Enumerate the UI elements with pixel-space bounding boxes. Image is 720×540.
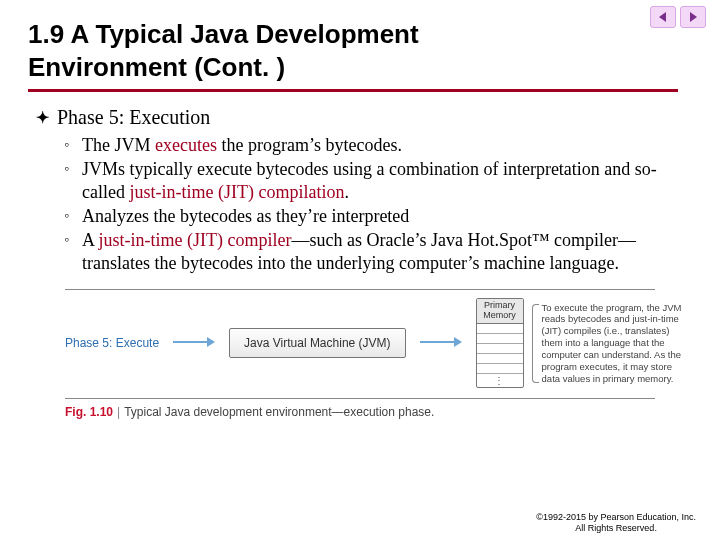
memory-diagram: Primary Memory ⋮ [476, 298, 524, 388]
arrow-right-icon [420, 334, 462, 352]
figure-caption: Fig. 1.10|Typical Java development envir… [65, 405, 655, 419]
title-underline [28, 89, 678, 92]
copyright-line1: ©1992-2015 by Pearson Education, Inc. [536, 512, 696, 523]
list-item: ◦ JVMs typically execute bytecodes using… [64, 158, 692, 204]
arrow-left-icon [657, 11, 669, 23]
arrow-right-icon [687, 11, 699, 23]
ring-bullet-icon: ◦ [64, 134, 74, 156]
text-pre: Analyzes the bytecodes as they’re interp… [82, 206, 409, 226]
prev-button[interactable] [650, 6, 676, 28]
svg-marker-5 [454, 337, 462, 347]
list-item: ◦ Analyzes the bytecodes as they’re inte… [64, 205, 692, 228]
svg-marker-3 [207, 337, 215, 347]
sublist: ◦ The JVM executes the program’s bytecod… [64, 134, 692, 275]
ellipsis-icon: ⋮ [477, 374, 523, 387]
figure-rule-bottom [65, 398, 655, 399]
bullet-text: A just-in-time (JIT) compiler—such as Or… [82, 229, 692, 275]
figure-row: Phase 5: Execute Java Virtual Machine (J… [65, 298, 655, 388]
svg-marker-1 [690, 12, 697, 22]
bullet-level1: ✦ Phase 5: Execution [36, 106, 692, 130]
bullet-marker-icon: ✦ [36, 106, 49, 130]
next-button[interactable] [680, 6, 706, 28]
keyword: executes [155, 135, 217, 155]
memory-cell [477, 334, 523, 344]
memory-header: Primary Memory [477, 299, 523, 324]
memory-cell [477, 344, 523, 354]
text-post: the program’s bytecodes. [217, 135, 402, 155]
text-pre: The JVM [82, 135, 155, 155]
list-item: ◦ The JVM executes the program’s bytecod… [64, 134, 692, 157]
separator-icon: | [117, 405, 120, 419]
slide-title: 1.9 A Typical Java Development Environme… [28, 18, 488, 83]
memory-cell [477, 354, 523, 364]
ring-bullet-icon: ◦ [64, 158, 74, 180]
figure-rule-top [65, 289, 655, 290]
memory-wrap: Primary Memory ⋮ To execute the program,… [476, 298, 687, 388]
text-post: . [344, 182, 349, 202]
phase-label: Phase 5: Execute [65, 336, 159, 350]
keyword: just-in-time (JIT) compilation [129, 182, 344, 202]
slide: 1.9 A Typical Java Development Environme… [0, 0, 720, 427]
bullet-text: Analyzes the bytecodes as they’re interp… [82, 205, 409, 228]
figure-annotation: To execute the program, the JVM reads by… [532, 302, 687, 385]
arrow-right-icon [173, 334, 215, 352]
figure: Phase 5: Execute Java Virtual Machine (J… [65, 289, 655, 419]
bullet-text: JVMs typically execute bytecodes using a… [82, 158, 692, 204]
content: ✦ Phase 5: Execution ◦ The JVM executes … [28, 106, 692, 275]
keyword: just-in-time (JIT) compiler [99, 230, 292, 250]
copyright: ©1992-2015 by Pearson Education, Inc. Al… [536, 512, 696, 534]
figure-number: Fig. 1.10 [65, 405, 113, 419]
figure-caption-text: Typical Java development environment—exe… [124, 405, 434, 419]
copyright-line2: All Rights Reserved. [536, 523, 696, 534]
jvm-box: Java Virtual Machine (JVM) [229, 328, 406, 358]
phase-heading: Phase 5: Execution [57, 106, 210, 129]
svg-marker-0 [659, 12, 666, 22]
text-pre: A [82, 230, 99, 250]
memory-cell [477, 324, 523, 334]
list-item: ◦ A just-in-time (JIT) compiler—such as … [64, 229, 692, 275]
ring-bullet-icon: ◦ [64, 205, 74, 227]
memory-cell [477, 364, 523, 374]
ring-bullet-icon: ◦ [64, 229, 74, 251]
bullet-text: The JVM executes the program’s bytecodes… [82, 134, 402, 157]
nav-buttons [650, 6, 706, 28]
